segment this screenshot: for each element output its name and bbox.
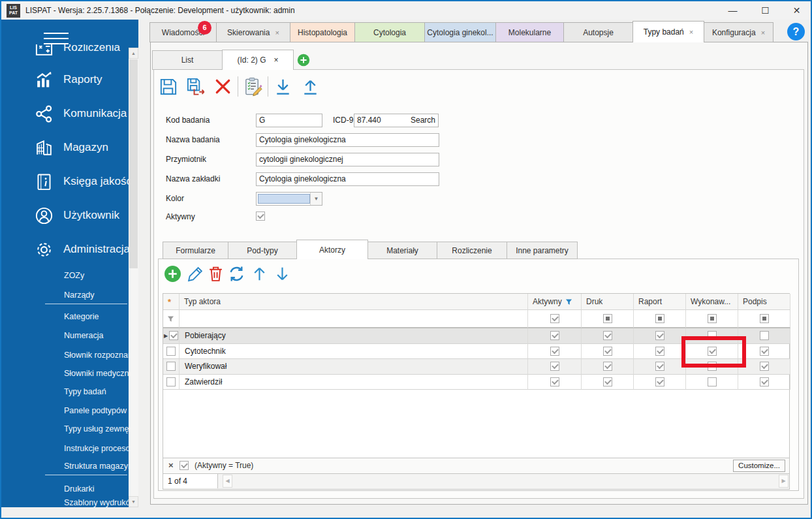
cell-checkbox[interactable]	[603, 347, 612, 356]
move-up-button[interactable]	[251, 265, 268, 283]
filter-checkbox[interactable]	[708, 314, 717, 323]
save-close-button[interactable]	[185, 76, 206, 97]
scroll-up-icon[interactable]: ▲	[129, 48, 138, 59]
kolor-dropdown[interactable]: ▼	[256, 192, 322, 206]
column-header-wykonaw-[interactable]: Wykonaw...	[686, 294, 738, 310]
sidebar-subitem-typy-us-ug-zewn-trznych[interactable]: Typy usług zewnętrznych	[64, 423, 138, 435]
sidebar-subitem-numeracja[interactable]: Numeracja	[64, 330, 103, 341]
sidebar-scrollbar[interactable]: ▲ ▼	[129, 48, 138, 507]
cell-checkbox[interactable]	[550, 347, 559, 356]
icd9-search-button[interactable]: Search	[411, 114, 435, 127]
sidebar-subitem-zozy[interactable]: ZOZy	[64, 270, 84, 281]
filter-checkbox[interactable]	[603, 314, 612, 323]
tab-close-icon[interactable]: ×	[274, 55, 279, 65]
cell-checkbox[interactable]	[655, 377, 664, 386]
tab-close-icon[interactable]: ×	[689, 28, 693, 36]
column-header-row-indicator[interactable]: *	[163, 294, 180, 310]
filter-cell[interactable]	[582, 310, 634, 328]
record-tab-detail[interactable]: (Id: 2) G×	[222, 50, 294, 70]
scroll-down-icon[interactable]: ▼	[129, 496, 138, 507]
cell-checkbox[interactable]	[760, 347, 769, 356]
subtab-inne-parametry[interactable]: Inne parametry	[507, 242, 578, 259]
kod-badania-input[interactable]: G	[256, 114, 322, 127]
save-button[interactable]	[158, 76, 178, 97]
maximize-button[interactable]: ☐	[751, 1, 780, 20]
sidebar-item-raporty[interactable]: Raporty	[34, 69, 102, 91]
tab-cytologia-ginekol-[interactable]: Cytologia ginekol...	[424, 22, 496, 42]
sidebar-subitem-kategorie[interactable]: Kategorie	[64, 311, 99, 322]
move-down-button[interactable]	[273, 265, 291, 283]
icd9-input[interactable]: 87.440 Search	[354, 114, 439, 127]
cell-checkbox[interactable]	[708, 377, 717, 386]
nazwa-badania-input[interactable]: Cytologia ginekologiczna	[256, 133, 439, 147]
tab-cytologia[interactable]: Cytologia	[354, 22, 425, 42]
subtab-aktorzy[interactable]: Aktorzy	[296, 240, 368, 259]
clear-filter-icon[interactable]: ×	[168, 460, 174, 470]
cell-checkbox[interactable]	[760, 362, 769, 371]
przymiotnik-input[interactable]: cytologii ginekologicznej	[256, 153, 439, 166]
cell-checkbox[interactable]	[603, 362, 612, 371]
tab-histopatologia[interactable]: Histopatologia	[290, 22, 355, 42]
filter-cell[interactable]	[180, 310, 528, 328]
sidebar-item-rozliczenia[interactable]: Rozliczenia	[34, 44, 120, 59]
scrollbar-thumb[interactable]	[129, 59, 138, 268]
add-record-tab-button[interactable]	[297, 54, 310, 67]
tab-molekularne[interactable]: Molekularne	[495, 22, 564, 42]
column-header-podpis[interactable]: Podpis	[738, 294, 790, 310]
close-button[interactable]: ✕	[782, 1, 811, 20]
sidebar-item-komunikacja[interactable]: Komunikacja	[34, 102, 127, 125]
trash-button[interactable]	[207, 265, 225, 283]
subtab-materia-y[interactable]: Materiały	[367, 242, 437, 259]
row-select-checkbox[interactable]	[166, 377, 176, 386]
aktywny-checkbox[interactable]	[256, 212, 265, 221]
refresh-button[interactable]	[228, 265, 245, 283]
filter-cell[interactable]	[163, 310, 180, 328]
delete-button[interactable]	[213, 76, 233, 97]
help-button[interactable]: ?	[787, 23, 805, 40]
chevron-down-icon[interactable]: ▼	[310, 193, 322, 205]
filter-cell[interactable]	[738, 310, 790, 328]
sidebar-subitem-s-ownik-rozpozna-ad-[interactable]: Słownik rozpoznań (ad...	[64, 349, 138, 361]
filter-checkbox[interactable]	[550, 314, 559, 323]
minimize-button[interactable]: —	[718, 1, 747, 20]
tab-close-icon[interactable]: ×	[275, 29, 279, 37]
tab-typy-bada-[interactable]: Typy badań×	[632, 21, 704, 42]
sidebar-subitem-struktura-magazynu[interactable]: Struktura magazynu	[64, 460, 137, 472]
edit-button[interactable]	[187, 265, 204, 283]
filter-cell[interactable]	[528, 310, 582, 328]
scroll-right-icon[interactable]: ▶	[779, 475, 789, 488]
cell-checkbox[interactable]	[655, 347, 664, 356]
sidebar-subitem-instrukcje-procesowania[interactable]: Instrukcje procesowania	[64, 443, 138, 454]
column-header-druk[interactable]: Druk	[582, 294, 634, 310]
cell-checkbox[interactable]	[603, 377, 612, 386]
subtab-rozliczenie[interactable]: Rozliczenie	[437, 242, 507, 259]
record-tab-list[interactable]: List	[152, 50, 223, 70]
sidebar-subitem-typy-bada-[interactable]: Typy badań	[64, 386, 106, 398]
row-select-checkbox[interactable]	[166, 362, 176, 371]
funnel-blue-icon[interactable]	[565, 298, 572, 306]
sidebar-item-u-ytkownik[interactable]: Użytkownik	[34, 204, 119, 227]
sidebar-subitem-drukarki[interactable]: Drukarki	[64, 483, 95, 495]
column-header-typ-aktora[interactable]: Typ aktora	[180, 294, 528, 310]
filter-checkbox[interactable]	[655, 314, 664, 323]
tab-skierowania[interactable]: Skierowania×	[216, 22, 290, 42]
subtab-formularze[interactable]: Formularze	[163, 242, 228, 259]
add-button[interactable]	[164, 265, 181, 283]
column-header-aktywny[interactable]: Aktywny	[528, 294, 582, 310]
subtab-pod-typy[interactable]: Pod-typy	[228, 242, 297, 259]
tab-close-icon[interactable]: ×	[761, 29, 765, 37]
hamburger-menu-icon[interactable]	[44, 29, 69, 43]
cell-checkbox[interactable]	[655, 362, 664, 371]
nazwa-zakladki-input[interactable]: Cytologia ginekologiczna	[256, 172, 439, 186]
sidebar-item-ksi-ga-jako-ci[interactable]: Księga jakości	[34, 170, 134, 193]
tab-autopsje[interactable]: Autopsje	[563, 22, 633, 42]
column-header-raport[interactable]: Raport	[634, 294, 686, 310]
sidebar-subitem-szablony-wydruk-w[interactable]: Szablony wydruków	[64, 497, 136, 507]
sidebar-subitem-panele-podtyp-w-bada-[interactable]: Panele podtypów badań	[64, 405, 138, 417]
tab-konfiguracja[interactable]: Konfiguracja×	[704, 22, 773, 42]
sidebar-subitem-narz-dy[interactable]: Narządy	[64, 289, 95, 301]
cell-checkbox[interactable]	[655, 331, 664, 340]
cell-checkbox[interactable]	[550, 331, 559, 340]
row-select-checkbox[interactable]	[166, 347, 176, 356]
filter-enabled-checkbox[interactable]	[180, 461, 189, 470]
